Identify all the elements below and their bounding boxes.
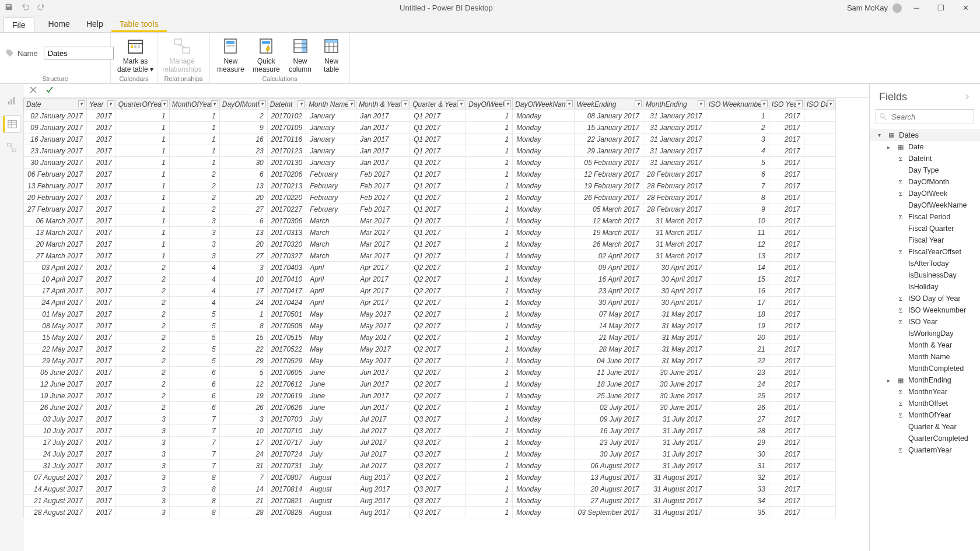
cell[interactable]: 20170626: [267, 402, 306, 413]
table-row[interactable]: 01 May 2017201725120170501MayMay 2017Q2 …: [24, 308, 836, 320]
cell[interactable]: 4: [169, 262, 219, 273]
cell[interactable]: 2: [116, 308, 169, 320]
cell[interactable]: Aug 2017: [356, 507, 410, 518]
column-header[interactable]: MonthEnding▾: [643, 99, 706, 110]
cell[interactable]: [804, 460, 835, 472]
cell[interactable]: Monday: [513, 507, 574, 518]
cell[interactable]: 1: [466, 413, 513, 425]
cell[interactable]: 31 August 2017: [643, 495, 706, 507]
cell[interactable]: Feb 2017: [356, 169, 410, 180]
cell[interactable]: 24: [706, 378, 769, 390]
cell[interactable]: 15 May 2017: [24, 332, 87, 343]
cell[interactable]: 20170109: [267, 122, 306, 134]
quick-measure-button[interactable]: Quick measure: [251, 36, 281, 74]
cell[interactable]: 20170710: [267, 425, 306, 437]
column-header[interactable]: Year▾: [86, 99, 116, 110]
field-item[interactable]: ΣMonthOfYear: [870, 409, 980, 421]
cell[interactable]: 31 March 2017: [643, 238, 706, 250]
field-item[interactable]: ΣISO Day of Year: [870, 293, 980, 304]
cell[interactable]: Monday: [513, 343, 574, 355]
cell[interactable]: 31 July 2017: [643, 460, 706, 472]
cell[interactable]: 3: [116, 437, 169, 448]
cell[interactable]: Jan 2017: [356, 134, 410, 145]
cell[interactable]: Q1 2017: [410, 134, 466, 145]
cell[interactable]: May 2017: [356, 343, 410, 355]
cell[interactable]: 2017: [86, 215, 116, 227]
cell[interactable]: Q2 2017: [410, 367, 466, 378]
cell[interactable]: 20170206: [267, 169, 306, 180]
cell[interactable]: 2017: [769, 110, 804, 122]
table-row[interactable]: 30 January 20172017113020170130JanuaryJa…: [24, 157, 836, 169]
cell[interactable]: Q2 2017: [410, 273, 466, 285]
cell[interactable]: 30 April 2017: [643, 273, 706, 285]
table-row[interactable]: 08 May 2017201725820170508MayMay 2017Q2 …: [24, 320, 836, 332]
table-row[interactable]: 16 January 20172017111620170116JanuaryJa…: [24, 134, 836, 145]
cell[interactable]: 20170306: [267, 215, 306, 227]
cell[interactable]: 2017: [769, 297, 804, 308]
cell[interactable]: 29 May 2017: [24, 355, 87, 367]
cell[interactable]: May 2017: [356, 308, 410, 320]
cell[interactable]: Q3 2017: [410, 483, 466, 495]
cell[interactable]: 20170508: [267, 320, 306, 332]
cell[interactable]: 2: [116, 378, 169, 390]
cell[interactable]: 30 April 2017: [643, 285, 706, 297]
cell[interactable]: 20170703: [267, 413, 306, 425]
cell[interactable]: 27: [219, 203, 267, 215]
cell[interactable]: 31 May 2017: [643, 355, 706, 367]
cell[interactable]: 05 February 2017: [574, 157, 643, 169]
cell[interactable]: 2: [116, 367, 169, 378]
cell[interactable]: 31 January 2017: [643, 157, 706, 169]
cell[interactable]: 31 March 2017: [643, 227, 706, 238]
cell[interactable]: [804, 355, 835, 367]
cell[interactable]: 22 May 2017: [24, 343, 87, 355]
cell[interactable]: 10 July 2017: [24, 425, 87, 437]
column-filter-icon[interactable]: ▾: [827, 100, 834, 107]
cell[interactable]: Q1 2017: [410, 145, 466, 157]
cell[interactable]: [804, 273, 835, 285]
cell[interactable]: Q1 2017: [410, 122, 466, 134]
cell[interactable]: 06 March 2017: [24, 215, 87, 227]
cell[interactable]: Monday: [513, 110, 574, 122]
cell[interactable]: 2: [169, 192, 219, 203]
cell[interactable]: 5: [169, 320, 219, 332]
cell[interactable]: 02 April 2017: [574, 250, 643, 262]
cell[interactable]: 20170619: [267, 390, 306, 402]
cell[interactable]: [804, 448, 835, 460]
cell[interactable]: [804, 413, 835, 425]
cell[interactable]: Q2 2017: [410, 390, 466, 402]
cell[interactable]: Monday: [513, 402, 574, 413]
cell[interactable]: 20170320: [267, 238, 306, 250]
cell[interactable]: 2017: [86, 320, 116, 332]
cell[interactable]: 09 January 2017: [24, 122, 87, 134]
cell[interactable]: [804, 343, 835, 355]
cell[interactable]: February: [306, 203, 356, 215]
cell[interactable]: [804, 332, 835, 343]
cell[interactable]: 3: [116, 413, 169, 425]
cell[interactable]: Monday: [513, 285, 574, 297]
table-row[interactable]: 24 July 20172017372420170724JulyJul 2017…: [24, 448, 836, 460]
cell[interactable]: 6: [169, 390, 219, 402]
cell[interactable]: 1: [466, 390, 513, 402]
cell[interactable]: April: [306, 297, 356, 308]
column-filter-icon[interactable]: ▾: [761, 100, 768, 107]
cell[interactable]: 8: [169, 507, 219, 518]
cell[interactable]: 1: [466, 110, 513, 122]
cell[interactable]: 20: [219, 192, 267, 203]
cell[interactable]: 16: [219, 134, 267, 145]
cell[interactable]: 20170515: [267, 332, 306, 343]
cell[interactable]: 13 March 2017: [24, 227, 87, 238]
cell[interactable]: 6: [169, 378, 219, 390]
cell[interactable]: 2017: [86, 495, 116, 507]
cell[interactable]: 20: [706, 332, 769, 343]
cell[interactable]: Jan 2017: [356, 110, 410, 122]
cell[interactable]: 20170424: [267, 297, 306, 308]
cell[interactable]: 13: [706, 250, 769, 262]
field-item[interactable]: IsBusinessDay: [870, 269, 980, 281]
cell[interactable]: Q3 2017: [410, 437, 466, 448]
cell[interactable]: Monday: [513, 145, 574, 157]
cell[interactable]: 26: [706, 402, 769, 413]
cell[interactable]: 2017: [769, 273, 804, 285]
cell[interactable]: 20170522: [267, 343, 306, 355]
cell[interactable]: April: [306, 285, 356, 297]
chevron-right-icon[interactable]: [964, 91, 971, 103]
